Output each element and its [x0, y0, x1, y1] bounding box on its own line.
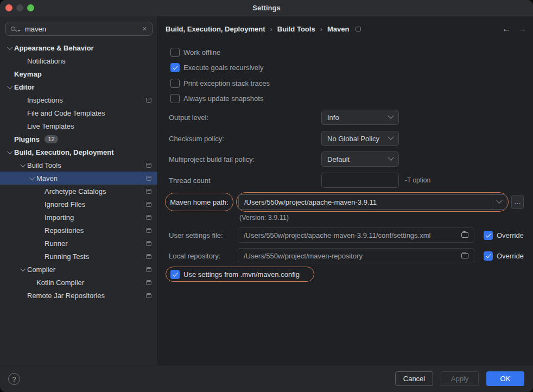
breadcrumb-item-maven[interactable]: Maven: [327, 25, 349, 33]
sidebar-item-runner[interactable]: Runner: [0, 237, 157, 250]
sidebar-item-label: Compiler: [27, 265, 55, 274]
sidebar-item-label: Notifications: [27, 57, 66, 65]
search-match-outline: Maven home path:: [165, 193, 233, 211]
sidebar-item-keymap[interactable]: Keymap: [0, 67, 157, 80]
sidebar-item-inspections[interactable]: Inspections: [0, 93, 157, 106]
sidebar-item-file-and-code-templates[interactable]: File and Code Templates: [0, 106, 157, 119]
sidebar-item-archetype-catalogs[interactable]: Archetype Catalogs: [0, 185, 157, 198]
output-level-dropdown[interactable]: Info: [321, 110, 399, 125]
sidebar-item-build-tools[interactable]: Build Tools: [0, 159, 157, 172]
sidebar-item-ignored-files[interactable]: Ignored Files: [0, 198, 157, 211]
sidebar-item-editor[interactable]: Editor: [0, 80, 157, 93]
ok-button[interactable]: OK: [486, 371, 524, 386]
always-update-snapshots-checkbox[interactable]: [170, 94, 180, 103]
chevron-down-icon[interactable]: [28, 174, 36, 182]
local-repository-row: Local repository: /Users/550w/project/ma…: [169, 248, 524, 263]
per-project-settings-icon: [146, 254, 151, 259]
execute-goals-recursively-checkbox[interactable]: [170, 63, 180, 72]
per-project-settings-icon: [146, 280, 151, 285]
settings-content: Build, Execution, Deployment › Build Too…: [158, 16, 533, 365]
sidebar-item-appearance-behavior[interactable]: Appearance & Behavior: [0, 41, 157, 54]
search-input[interactable]: maven: [25, 25, 142, 33]
thread-count-label: Thread count: [169, 176, 211, 185]
chevron-down-icon[interactable]: [5, 83, 14, 91]
sidebar-item-importing[interactable]: Importing: [0, 211, 157, 224]
sidebar-item-compiler[interactable]: Compiler: [0, 263, 157, 276]
use-mvn-config-label: Use settings from .mvn/maven.config: [183, 270, 300, 279]
print-exception-stack-traces-checkbox[interactable]: [170, 79, 180, 88]
per-project-settings-icon: [146, 215, 151, 220]
maven-home-path-combobox[interactable]: /Users/550w/project/apache-maven-3.9.11: [238, 194, 506, 210]
breadcrumb-item-build-execution-deployment[interactable]: Build, Execution, Deployment: [166, 25, 265, 33]
back-arrow-icon[interactable]: ←: [502, 24, 511, 34]
maven-home-label: Maven home path:: [170, 198, 229, 206]
per-project-settings-icon: [356, 27, 361, 31]
checkbox-row-always-update-snapshots: Always update snapshots: [170, 91, 270, 107]
sidebar-item-build-execution-deployment[interactable]: Build, Execution, Deployment: [0, 146, 157, 159]
use-mvn-config-checkbox[interactable]: [170, 270, 180, 279]
sidebar: maven ✕ Appearance & BehaviorNotificatio…: [0, 16, 158, 365]
checkbox-row-print-exception-stack-traces: Print exception stack traces: [170, 75, 270, 91]
chevron-down-icon[interactable]: [5, 148, 14, 156]
help-button[interactable]: ?: [8, 373, 20, 385]
local-repository-field[interactable]: /Users/550w/project/maven-repository: [238, 248, 474, 263]
checksum-policy-dropdown[interactable]: No Global Policy: [321, 131, 399, 146]
search-match-outline: /Users/550w/project/apache-maven-3.9.11: [236, 192, 509, 212]
sidebar-item-notifications[interactable]: Notifications: [0, 54, 157, 67]
history-navigation: ← →: [502, 22, 526, 36]
user-settings-file-field[interactable]: /Users/550w/project/apache-maven-3.9.11/…: [238, 227, 474, 243]
per-project-settings-icon: [146, 163, 151, 168]
sidebar-item-maven[interactable]: Maven: [0, 172, 157, 185]
user-settings-file-value[interactable]: /Users/550w/project/apache-maven-3.9.11/…: [244, 231, 457, 239]
local-repository-override-checkbox[interactable]: [484, 251, 493, 261]
search-icon[interactable]: [11, 26, 21, 31]
fail-policy-dropdown[interactable]: Default: [321, 151, 399, 167]
user-settings-row: User settings file: /Users/550w/project/…: [169, 227, 524, 243]
chevron-down-icon[interactable]: [18, 265, 27, 274]
settings-search-field[interactable]: maven ✕: [5, 22, 153, 36]
sidebar-item-label: Runner: [45, 239, 68, 248]
titlebar: Settings: [0, 0, 533, 16]
local-repository-value[interactable]: /Users/550w/project/maven-repository: [244, 252, 457, 260]
forward-arrow-icon[interactable]: →: [518, 24, 526, 34]
sidebar-item-kotlin-compiler[interactable]: Kotlin Compiler: [0, 276, 157, 289]
checkbox-row-execute-goals-recursively: Execute goals recursively: [170, 60, 270, 76]
sidebar-item-plugins[interactable]: Plugins12: [0, 132, 157, 146]
folder-icon[interactable]: [461, 232, 468, 238]
chevron-down-icon: [388, 134, 394, 140]
checkbox-label: Print exception stack traces: [183, 79, 270, 87]
apply-button[interactable]: Apply: [441, 371, 479, 386]
sidebar-item-label: Archetype Catalogs: [45, 187, 106, 195]
chevron-down-icon: [388, 155, 394, 161]
breadcrumb-item-build-tools[interactable]: Build Tools: [277, 25, 315, 33]
browse-maven-home-button[interactable]: …: [511, 195, 524, 209]
sidebar-item-running-tests[interactable]: Running Tests: [0, 250, 157, 263]
sidebar-item-repositories[interactable]: Repositories: [0, 224, 157, 237]
sidebar-item-label: Editor: [14, 83, 35, 91]
cancel-button[interactable]: Cancel: [395, 371, 433, 386]
sidebar-item-label: Build, Execution, Deployment: [14, 148, 113, 156]
chevron-down-icon[interactable]: [492, 195, 506, 209]
window-title: Settings: [0, 0, 533, 16]
clear-search-icon[interactable]: ✕: [142, 26, 147, 33]
maven-home-path-value[interactable]: /Users/550w/project/apache-maven-3.9.11: [239, 195, 492, 209]
folder-icon[interactable]: [461, 253, 468, 258]
work-offline-checkbox[interactable]: [170, 48, 180, 57]
maven-version-text: (Version: 3.9.11): [239, 214, 289, 222]
sidebar-item-live-templates[interactable]: Live Templates: [0, 119, 157, 132]
checkbox-row-work-offline: Work offline: [170, 45, 270, 60]
footer: ? Cancel Apply OK: [0, 365, 533, 392]
settings-tree: Appearance & BehaviorNotificationsKeymap…: [0, 41, 157, 302]
user-settings-override-checkbox[interactable]: [484, 231, 493, 240]
thread-count-input[interactable]: [321, 173, 399, 188]
sidebar-item-label: Appearance & Behavior: [14, 44, 94, 52]
per-project-settings-icon: [146, 228, 151, 233]
sidebar-item-remote-jar-repositories[interactable]: Remote Jar Repositories: [0, 289, 157, 302]
per-project-settings-icon: [146, 241, 151, 246]
chevron-down-icon[interactable]: [5, 43, 14, 52]
per-project-settings-icon: [146, 98, 151, 103]
sidebar-item-label: Running Tests: [45, 252, 89, 261]
help-question-icon: ?: [12, 375, 16, 383]
per-project-settings-icon: [146, 202, 151, 207]
chevron-down-icon[interactable]: [18, 161, 27, 169]
